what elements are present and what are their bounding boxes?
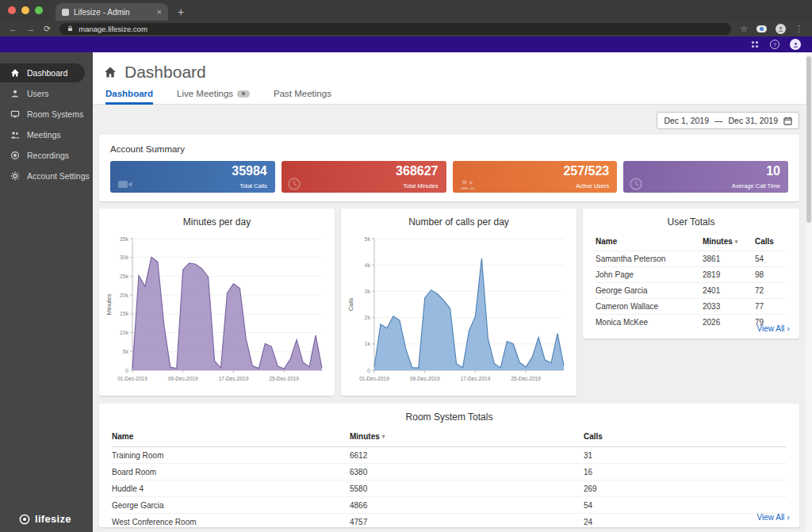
date-range-picker[interactable]: Dec 1, 2019 — Dec 31, 2019 <box>657 112 799 129</box>
apps-icon[interactable] <box>750 40 760 49</box>
svg-text:17-Dec-2019: 17-Dec-2019 <box>461 376 491 381</box>
cell-name: George Garcia <box>596 286 703 295</box>
clock-icon <box>288 178 301 190</box>
home-icon <box>10 68 20 78</box>
account-summary-title: Account Summary <box>110 144 799 154</box>
sidebar-item-label: Recordings <box>27 151 69 160</box>
chevron-right-icon: › <box>787 324 790 333</box>
tab-past-meetings[interactable]: Past Meetings <box>274 89 331 105</box>
sidebar-item-recordings[interactable]: Recordings <box>0 146 85 165</box>
sidebar-item-meetings[interactable]: Meetings <box>0 125 85 144</box>
tab-dashboard[interactable]: Dashboard <box>105 89 153 105</box>
extension-icon[interactable] <box>756 25 767 33</box>
bookmark-star-icon[interactable]: ☆ <box>740 25 748 33</box>
lifesize-logo-text: lifesize <box>35 513 71 525</box>
home-icon <box>104 66 117 78</box>
col-header-name: Name <box>596 237 703 246</box>
window-zoom-button[interactable] <box>35 6 43 14</box>
window-minimize-button[interactable] <box>21 6 29 14</box>
svg-text:25k: 25k <box>120 274 129 279</box>
sidebar-item-dashboard[interactable]: Dashboard <box>0 63 85 82</box>
people-icon <box>10 130 20 140</box>
cell-minutes: 4757 <box>350 518 584 526</box>
live-meetings-count-badge <box>237 90 250 98</box>
back-icon[interactable]: ← <box>9 25 17 33</box>
account-avatar[interactable] <box>790 39 801 50</box>
url-text: manage.lifesize.com <box>79 25 147 33</box>
calendar-icon[interactable] <box>783 117 792 125</box>
room-totals-header: Name Minutes ▾ Calls <box>112 432 787 447</box>
col-header-label: Minutes <box>703 237 733 246</box>
sidebar-item-label: Meetings <box>27 130 61 140</box>
room-system-totals-card: Room System Totals Name Minutes ▾ Calls … <box>99 404 799 527</box>
cell-calls: 269 <box>584 484 787 493</box>
window-close-button[interactable] <box>8 6 16 14</box>
svg-text:25-Dec-2019: 25-Dec-2019 <box>269 376 299 381</box>
date-range-separator: — <box>714 116 723 125</box>
cell-minutes: 2401 <box>703 286 755 295</box>
cell-minutes: 2026 <box>703 318 755 327</box>
page-title: Dashboard <box>124 63 206 82</box>
svg-text:01-Dec-2019: 01-Dec-2019 <box>117 376 147 381</box>
cell-name: Huddle 4 <box>112 484 350 493</box>
col-header-minutes[interactable]: Minutes ▾ <box>350 432 584 441</box>
record-icon <box>10 151 20 160</box>
svg-text:09-Dec-2019: 09-Dec-2019 <box>410 376 440 381</box>
sidebar-item-users[interactable]: Users <box>0 84 85 103</box>
stat-tile-total-calls: 35984 Total Calls <box>110 161 275 193</box>
cell-name: John Page <box>596 270 703 279</box>
chart-title: Number of calls per day <box>341 216 576 228</box>
svg-text:0: 0 <box>367 368 370 373</box>
svg-text:10k: 10k <box>120 330 129 335</box>
col-header-minutes[interactable]: Minutes ▾ <box>703 237 755 246</box>
sidebar: Dashboard Users Room Systems Meetings <box>0 52 93 532</box>
browser-profile-avatar[interactable] <box>776 24 786 34</box>
tab-label: Live Meetings <box>177 89 233 98</box>
cell-calls: 54 <box>584 501 787 510</box>
table-row: Board Room 6380 16 <box>112 464 787 480</box>
page-header: Dashboard Dashboard Live Meetings Past M… <box>93 52 806 105</box>
stat-label: Total Calls <box>239 182 267 189</box>
table-row: Huddle 4 5580 269 <box>112 480 787 497</box>
cell-minutes: 4866 <box>350 501 584 510</box>
url-bar[interactable]: manage.lifesize.com <box>59 23 731 35</box>
table-row: West Conference Room 4757 24 <box>112 514 787 530</box>
sidebar-item-label: Users <box>27 89 48 98</box>
tab-close-icon[interactable]: × <box>157 8 162 17</box>
minutes-per-day-card: Minutes per day 05k10k15k20k25k30k35k01-… <box>99 209 335 396</box>
table-row: George Garcia 2401 72 <box>596 282 787 298</box>
stat-label: Active Users <box>576 182 609 189</box>
dashboard-content: Dec 1, 2019 — Dec 31, 2019 Account Summa… <box>93 105 806 532</box>
svg-text:15k: 15k <box>120 311 129 316</box>
cell-name: West Conference Room <box>112 518 350 526</box>
tab-live-meetings[interactable]: Live Meetings <box>177 89 250 105</box>
user-icon <box>10 89 20 98</box>
forward-icon[interactable]: → <box>26 25 35 33</box>
lifesize-logo-icon <box>19 514 30 525</box>
sidebar-item-label: Dashboard <box>27 68 67 78</box>
cell-calls: 98 <box>755 270 787 279</box>
browser-menu-icon[interactable]: ⋮ <box>795 25 803 33</box>
user-totals-view-all-link[interactable]: View All › <box>756 324 790 333</box>
cell-name: Cameron Wallace <box>596 302 703 311</box>
page-scrollbar[interactable] <box>806 52 812 532</box>
room-totals-view-all-link[interactable]: View All › <box>756 513 790 522</box>
sidebar-item-room-systems[interactable]: Room Systems <box>0 105 85 124</box>
new-tab-button[interactable]: + <box>178 6 184 17</box>
cell-minutes: 3861 <box>703 255 755 263</box>
svg-text:30k: 30k <box>120 255 129 260</box>
clock-icon <box>630 178 642 190</box>
page-tabs: Dashboard Live Meetings Past Meetings <box>105 89 331 105</box>
scrollbar-thumb[interactable] <box>806 56 811 223</box>
reload-icon[interactable]: ⟳ <box>44 25 51 33</box>
help-icon[interactable]: ? <box>770 40 779 49</box>
video-camera-icon <box>117 178 134 190</box>
browser-tab[interactable]: Lifesize - Admin × <box>56 3 168 21</box>
table-row: Cameron Wallace 2033 77 <box>596 298 787 314</box>
table-row: Samantha Peterson 3861 54 <box>596 251 787 266</box>
stat-value: 368627 <box>396 164 438 178</box>
date-range-end: Dec 31, 2019 <box>729 116 778 125</box>
cell-minutes: 6380 <box>350 468 584 477</box>
sidebar-item-account-settings[interactable]: Account Settings <box>0 166 85 186</box>
cell-minutes: 6612 <box>350 451 584 460</box>
